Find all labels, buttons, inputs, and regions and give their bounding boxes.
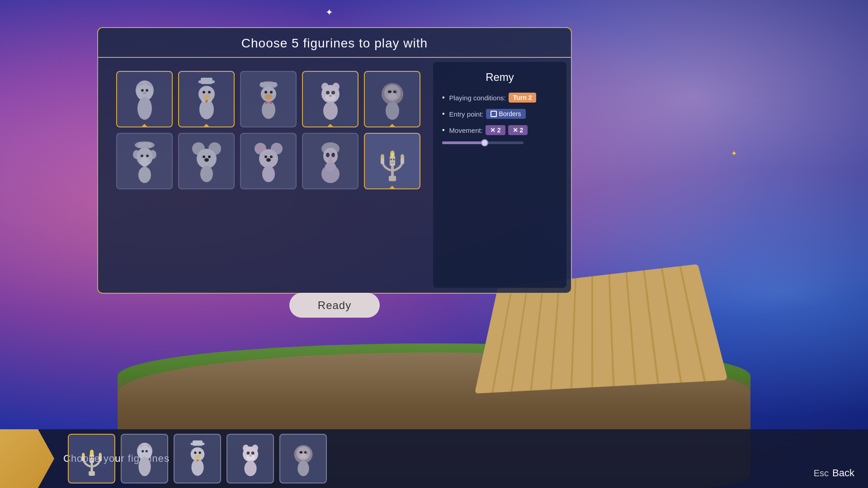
svg-point-79: [390, 159, 392, 160]
figurine-svg-belle: [312, 139, 349, 184]
esc-back-area: Esc Back: [814, 467, 854, 479]
figurine-cell-nala[interactable]: [302, 71, 359, 127]
entry-point-badge: Borders: [486, 109, 525, 119]
svg-point-104: [194, 451, 196, 454]
svg-point-80: [393, 159, 395, 160]
playing-conditions-badge: Turn 2: [509, 93, 537, 103]
figurine-cell-remy[interactable]: [116, 71, 173, 127]
info-panel-title: Remy: [442, 71, 557, 84]
selected-svg-nala: [235, 440, 266, 478]
svg-point-46: [141, 155, 143, 157]
info-panel: Remy • Playing conditions: Turn 2 • Entr…: [433, 62, 566, 288]
svg-point-113: [251, 451, 254, 455]
svg-point-30: [331, 91, 335, 94]
svg-point-47: [146, 155, 149, 157]
figurine-cell-minnie[interactable]: [240, 133, 297, 189]
figurine-svg-donald: [250, 77, 287, 122]
movement-badge-2: ✕ 2: [508, 125, 528, 135]
svg-point-69: [330, 158, 331, 160]
svg-point-91: [92, 456, 93, 458]
svg-point-122: [297, 460, 309, 476]
figurine-cell-scrooge[interactable]: [178, 71, 235, 127]
svg-point-61: [264, 155, 267, 158]
svg-point-38: [388, 93, 397, 99]
figurine-cell-donald[interactable]: [240, 71, 297, 127]
svg-point-7: [143, 92, 146, 94]
bullet-2: •: [442, 110, 445, 118]
svg-point-35: [388, 90, 392, 93]
entry-point-label: Entry point:: [449, 110, 484, 118]
svg-point-22: [262, 101, 275, 119]
playing-conditions-label: Playing conditions:: [449, 94, 506, 102]
svg-point-103: [194, 455, 201, 459]
svg-point-118: [299, 451, 302, 453]
svg-point-88: [99, 452, 102, 457]
slider-fill: [442, 141, 483, 144]
selected-fig-nala[interactable]: [226, 434, 274, 483]
star-decor: ✦: [326, 7, 333, 18]
selection-diamond-remy: [142, 124, 147, 127]
selected-svg-lumiere: [76, 440, 108, 478]
slider-track: [442, 141, 524, 144]
svg-point-6: [146, 89, 148, 92]
selection-diamond-scar: [390, 124, 395, 127]
svg-point-77: [401, 154, 404, 160]
ready-button[interactable]: Ready: [289, 293, 380, 318]
selected-fig-scar[interactable]: [279, 434, 327, 483]
selected-fig-scrooge[interactable]: [174, 434, 221, 483]
back-label[interactable]: Back: [832, 467, 854, 479]
svg-point-92: [90, 450, 94, 456]
figurine-cell-scar[interactable]: [364, 71, 420, 127]
slider-thumb[interactable]: [481, 139, 488, 146]
svg-point-19: [264, 94, 273, 99]
bottom-bar: Choose your figurines: [0, 429, 868, 488]
svg-point-39: [386, 102, 399, 120]
selected-svg-remy: [129, 440, 160, 478]
border-icon: [491, 111, 497, 117]
figurine-cell-belle[interactable]: [302, 133, 359, 189]
dialog-title: Choose 5 figurines to play with: [241, 36, 428, 50]
svg-point-90: [90, 456, 91, 458]
svg-rect-73: [391, 166, 394, 178]
selected-svg-scar: [288, 440, 319, 478]
svg-point-4: [137, 97, 152, 120]
figurine-cell-mickey[interactable]: [178, 133, 235, 189]
dialog-title-bar: Choose 5 figurines to play with: [98, 28, 571, 58]
figurine-cell-goofy[interactable]: [116, 133, 173, 189]
selection-diamond-nala: [328, 124, 333, 127]
svg-point-121: [299, 453, 307, 459]
svg-point-76: [381, 154, 384, 160]
figurine-svg-lumiere: [374, 139, 410, 184]
svg-point-98: [142, 450, 144, 452]
bullet-3: •: [442, 126, 445, 134]
svg-point-53: [208, 155, 211, 158]
svg-point-21: [270, 91, 273, 94]
svg-point-31: [329, 95, 332, 97]
selected-fig-lumiere[interactable]: [68, 434, 115, 483]
svg-rect-41: [138, 142, 151, 148]
svg-point-64: [262, 166, 275, 182]
svg-point-29: [326, 91, 330, 94]
figurine-cell-lumiere[interactable]: [364, 133, 420, 189]
selected-figurines-row: [68, 434, 327, 483]
figurine-svg-scrooge: [189, 77, 225, 122]
figurine-svg-mickey: [189, 139, 225, 184]
selection-diamond-lumiere: [390, 186, 395, 189]
selected-fig-remy[interactable]: [121, 434, 168, 483]
svg-point-71: [325, 162, 336, 171]
svg-point-12: [203, 91, 205, 94]
main-dialog: Choose 5 figurines to play with: [97, 27, 572, 294]
figurine-svg-minnie: [250, 139, 287, 184]
svg-point-48: [138, 167, 151, 183]
svg-point-63: [266, 158, 271, 162]
svg-point-52: [203, 155, 205, 158]
figurine-svg-scar: [374, 77, 410, 122]
svg-point-13: [208, 91, 211, 94]
esc-label[interactable]: Esc: [814, 468, 829, 479]
entry-point-value: Borders: [499, 110, 521, 117]
figurine-svg-remy: [127, 77, 163, 122]
chevron-decoration: [0, 429, 54, 488]
figurine-svg-goofy: [127, 139, 163, 184]
movement-slider: [442, 141, 557, 144]
figurine-svg-nala: [312, 77, 349, 122]
